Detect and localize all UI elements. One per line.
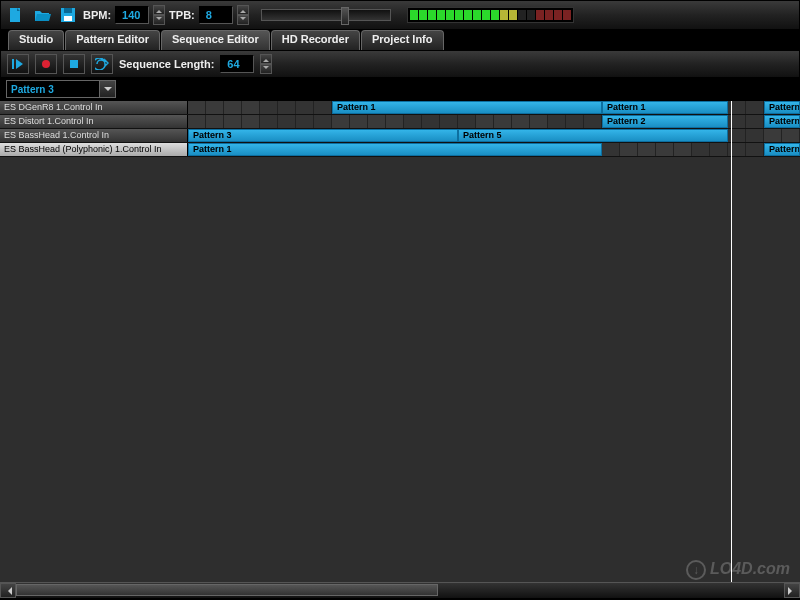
pattern-clip[interactable]: Pattern 1 <box>332 101 602 114</box>
grid-cell[interactable] <box>188 115 206 128</box>
track-label[interactable]: ES DGenR8 1.Control In <box>0 101 188 114</box>
grid-cell[interactable] <box>512 115 530 128</box>
seq-length-field[interactable]: 64 <box>220 55 254 73</box>
pattern-clip[interactable]: Pattern 3 <box>764 143 800 156</box>
track-label[interactable]: ES BassHead (Polyphonic) 1.Control In <box>0 143 188 156</box>
seq-length-spinner[interactable] <box>260 54 272 74</box>
grid-cell[interactable] <box>314 115 332 128</box>
pattern-clip[interactable]: Pattern 5 <box>458 129 728 142</box>
meter-segment <box>554 10 562 20</box>
loop-button[interactable] <box>91 54 113 74</box>
grid-cell[interactable] <box>458 115 476 128</box>
grid-cell[interactable] <box>296 101 314 114</box>
grid-cell[interactable] <box>746 129 764 142</box>
grid-cell[interactable] <box>566 115 584 128</box>
grid-cell[interactable] <box>746 115 764 128</box>
bpm-spinner[interactable] <box>153 5 165 25</box>
track-label[interactable]: ES Distort 1.Control In <box>0 115 188 128</box>
play-button[interactable] <box>7 54 29 74</box>
grid-cell[interactable] <box>368 115 386 128</box>
tab-pattern-editor[interactable]: Pattern Editor <box>65 30 160 50</box>
grid-cell[interactable] <box>188 101 206 114</box>
pattern-dropdown[interactable]: Pattern 3 <box>6 80 116 98</box>
svg-rect-5 <box>12 59 14 69</box>
tpb-field[interactable]: 8 <box>199 6 233 24</box>
tab-studio[interactable]: Studio <box>8 30 64 50</box>
grid-cell[interactable] <box>530 115 548 128</box>
grid-cell[interactable] <box>224 115 242 128</box>
pattern-clip[interactable]: Pattern 3 <box>188 129 458 142</box>
track-row: ES BassHead (Polyphonic) 1.Control InPat… <box>0 143 800 157</box>
grid-cell[interactable] <box>332 115 350 128</box>
grid-cell[interactable] <box>746 101 764 114</box>
grid-cell[interactable] <box>602 143 620 156</box>
tab-sequence-editor[interactable]: Sequence Editor <box>161 30 270 50</box>
record-button[interactable] <box>35 54 57 74</box>
pattern-clip[interactable]: Pattern 1 <box>602 101 728 114</box>
playhead[interactable] <box>731 101 732 582</box>
tab-bar: StudioPattern EditorSequence EditorHD Re… <box>0 30 800 50</box>
grid-cell[interactable] <box>260 115 278 128</box>
grid-cell[interactable] <box>764 129 782 142</box>
save-button[interactable] <box>57 4 79 26</box>
pattern-clip[interactable]: Pattern 1 <box>764 101 800 114</box>
scroll-left-button[interactable] <box>0 583 16 598</box>
grid-cell[interactable] <box>422 115 440 128</box>
grid-cell[interactable] <box>314 101 332 114</box>
grid-cell[interactable] <box>242 115 260 128</box>
svg-rect-8 <box>70 60 78 68</box>
grid-cell[interactable] <box>494 115 512 128</box>
grid-cell[interactable] <box>620 143 638 156</box>
grid-cell[interactable] <box>746 143 764 156</box>
grid-cell[interactable] <box>656 143 674 156</box>
slider-thumb[interactable] <box>341 7 349 25</box>
grid-cell[interactable] <box>206 115 224 128</box>
open-file-button[interactable] <box>31 4 53 26</box>
horizontal-scrollbar[interactable] <box>0 582 800 598</box>
grid-cell[interactable] <box>440 115 458 128</box>
tpb-spinner[interactable] <box>237 5 249 25</box>
grid-cell[interactable] <box>548 115 566 128</box>
grid-cell[interactable] <box>782 129 800 142</box>
track-cells[interactable]: Pattern 1Pattern 1Pattern 1 <box>188 101 800 114</box>
pattern-clip[interactable]: Pattern 1 <box>188 143 602 156</box>
volume-slider[interactable] <box>261 9 391 21</box>
meter-segment <box>482 10 490 20</box>
grid-cell[interactable] <box>692 143 710 156</box>
scroll-right-button[interactable] <box>784 583 800 598</box>
track-cells[interactable]: Pattern 1Pattern 3 <box>188 143 800 156</box>
chevron-down-icon[interactable] <box>99 81 115 97</box>
tab-hd-recorder[interactable]: HD Recorder <box>271 30 360 50</box>
track-label[interactable]: ES BassHead 1.Control In <box>0 129 188 142</box>
grid-cell[interactable] <box>710 143 728 156</box>
meter-segment <box>536 10 544 20</box>
grid-cell[interactable] <box>584 115 602 128</box>
grid-cell[interactable] <box>278 115 296 128</box>
main-toolbar: BPM: 140 TPB: 8 <box>0 0 800 30</box>
meter-segment <box>428 10 436 20</box>
pattern-clip[interactable]: Pattern 2 <box>602 115 728 128</box>
track-cells[interactable]: Pattern 3Pattern 5 <box>188 129 800 142</box>
sequence-toolbar: Sequence Length: 64 <box>0 50 800 78</box>
track-row: ES BassHead 1.Control InPattern 3Pattern… <box>0 129 800 143</box>
grid-cell[interactable] <box>350 115 368 128</box>
tab-project-info[interactable]: Project Info <box>361 30 444 50</box>
track-cells[interactable]: Pattern 2Pattern 3 <box>188 115 800 128</box>
grid-cell[interactable] <box>674 143 692 156</box>
bpm-field[interactable]: 140 <box>115 6 149 24</box>
stop-button[interactable] <box>63 54 85 74</box>
grid-cell[interactable] <box>638 143 656 156</box>
grid-cell[interactable] <box>224 101 242 114</box>
pattern-clip[interactable]: Pattern 3 <box>764 115 800 128</box>
grid-cell[interactable] <box>206 101 224 114</box>
grid-cell[interactable] <box>404 115 422 128</box>
grid-cell[interactable] <box>476 115 494 128</box>
grid-cell[interactable] <box>260 101 278 114</box>
grid-cell[interactable] <box>296 115 314 128</box>
scroll-track[interactable] <box>16 583 784 597</box>
grid-cell[interactable] <box>242 101 260 114</box>
new-file-button[interactable] <box>5 4 27 26</box>
grid-cell[interactable] <box>278 101 296 114</box>
grid-cell[interactable] <box>386 115 404 128</box>
scroll-thumb[interactable] <box>16 584 438 596</box>
